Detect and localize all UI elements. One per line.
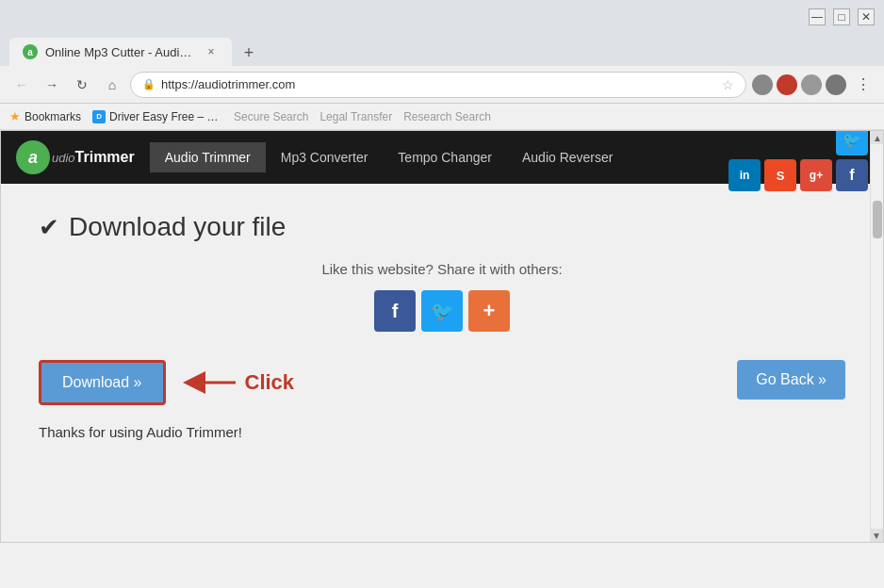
download-title: ✔ Download your file (39, 212, 845, 242)
ext-icon-3 (801, 74, 822, 95)
lock-icon: 🔒 (142, 78, 156, 90)
download-button[interactable]: Download » (39, 360, 166, 405)
browser-menu-button[interactable]: ⋮ (852, 75, 875, 93)
scroll-down-arrow[interactable]: ▼ (870, 529, 883, 542)
bookmark-label-1: Driver Easy Free – 3... (109, 110, 222, 123)
social-linkedin-button[interactable]: in (728, 159, 761, 191)
nav-audio-reverser[interactable]: Audio Reverser (507, 142, 629, 172)
bookmark-label-3: Legal Transfer (319, 110, 392, 123)
click-label: Click (245, 370, 295, 395)
scroll-bottom: ▼ (870, 529, 883, 542)
social-stumble-button[interactable]: S (764, 159, 796, 191)
share-more-button[interactable]: + (468, 290, 510, 332)
back-button[interactable]: ← (9, 73, 34, 97)
logo-text-trimmer: Trimmer (75, 149, 135, 165)
tab-close-button[interactable]: × (204, 44, 219, 59)
maximize-button[interactable]: □ (833, 8, 850, 25)
forward-button[interactable]: → (40, 73, 64, 97)
main-content: ✔ Download your file Like this website? … (1, 184, 883, 542)
nav-audio-trimmer[interactable]: Audio Trimmer (150, 142, 266, 172)
share-twitter-button[interactable]: 🐦 (421, 290, 463, 332)
share-text: Like this website? Share it with others: (39, 261, 845, 277)
share-buttons: f 🐦 + (39, 290, 845, 332)
share-facebook-button[interactable]: f (374, 290, 416, 332)
social-google-button[interactable]: g+ (800, 159, 832, 191)
address-box[interactable]: 🔒 https://audiotrimmer.com ☆ (130, 72, 746, 98)
nav-links: Audio Trimmer Mp3 Converter Tempo Change… (150, 142, 629, 172)
thanks-text: Thanks for using Audio Trimmer! (39, 424, 845, 440)
bookmarks-bar: ★ Bookmarks D Driver Easy Free – 3... Se… (0, 104, 884, 130)
minimize-button[interactable]: — (809, 8, 826, 25)
social-twitter-top[interactable]: 🐦 (836, 130, 868, 155)
nav-tempo-changer[interactable]: Tempo Changer (383, 142, 507, 172)
bookmark-icon-1: D (92, 110, 106, 123)
scrollbar-thumb[interactable] (873, 201, 882, 238)
extension-icons (752, 74, 846, 95)
window-controls: — □ ✕ (809, 8, 875, 25)
scroll-up-arrow[interactable]: ▲ (871, 131, 884, 144)
page-title: Download your file (69, 212, 286, 242)
bookmark-label-2: Secure Search (234, 110, 308, 123)
ext-icon-2 (777, 74, 797, 95)
tab-favicon: a (23, 44, 38, 59)
home-button[interactable]: ⌂ (100, 73, 124, 97)
bookmark-2[interactable]: Secure Search (234, 110, 308, 123)
social-facebook-button[interactable]: f (836, 159, 868, 191)
ext-icon-1 (752, 74, 773, 95)
bookmark-4[interactable]: Research Search (403, 110, 491, 123)
logo-icon: a (16, 140, 50, 174)
bookmark-star-icon[interactable]: ☆ (722, 77, 734, 92)
check-icon: ✔ (39, 213, 59, 242)
social-buttons: 🐦 in S g+ f (728, 130, 868, 191)
new-tab-button[interactable]: + (236, 40, 262, 66)
site-nav: a udioTrimmer Audio Trimmer Mp3 Converte… (1, 131, 883, 184)
arrow-icon (181, 368, 237, 397)
logo-text-audio: udio (52, 151, 75, 165)
tab-bar: a Online Mp3 Cutter - Audio Trimm... × + (0, 34, 884, 66)
bookmark-3[interactable]: Legal Transfer (319, 110, 392, 123)
close-window-button[interactable]: ✕ (858, 8, 875, 25)
download-area: Download » Click (39, 360, 294, 405)
bookmark-driver-easy[interactable]: D Driver Easy Free – 3... (92, 110, 222, 123)
address-text: https://audiotrimmer.com (161, 77, 716, 91)
bookmarks-star-icon: ★ (9, 109, 21, 123)
arrow-click: Click (181, 368, 295, 397)
scrollbar-track[interactable]: ▲ ▼ (870, 131, 883, 542)
title-bar: — □ ✕ (0, 0, 884, 34)
bookmarks-label: ★ Bookmarks (9, 109, 81, 123)
bookmark-label-4: Research Search (403, 110, 491, 123)
ext-icon-4 (826, 74, 846, 95)
refresh-button[interactable]: ↻ (70, 73, 94, 97)
tab-title: Online Mp3 Cutter - Audio Trimm... (45, 45, 196, 59)
active-tab[interactable]: a Online Mp3 Cutter - Audio Trimm... × (9, 38, 232, 66)
nav-mp3-converter[interactable]: Mp3 Converter (266, 142, 384, 172)
go-back-button[interactable]: Go Back » (737, 360, 845, 400)
bookmarks-text: Bookmarks (25, 110, 81, 123)
site-logo: a udioTrimmer (16, 140, 135, 174)
actions-row: Download » Click Go Back » (39, 360, 845, 405)
address-bar-row: ← → ↻ ⌂ 🔒 https://audiotrimmer.com ☆ ⋮ (0, 66, 884, 104)
